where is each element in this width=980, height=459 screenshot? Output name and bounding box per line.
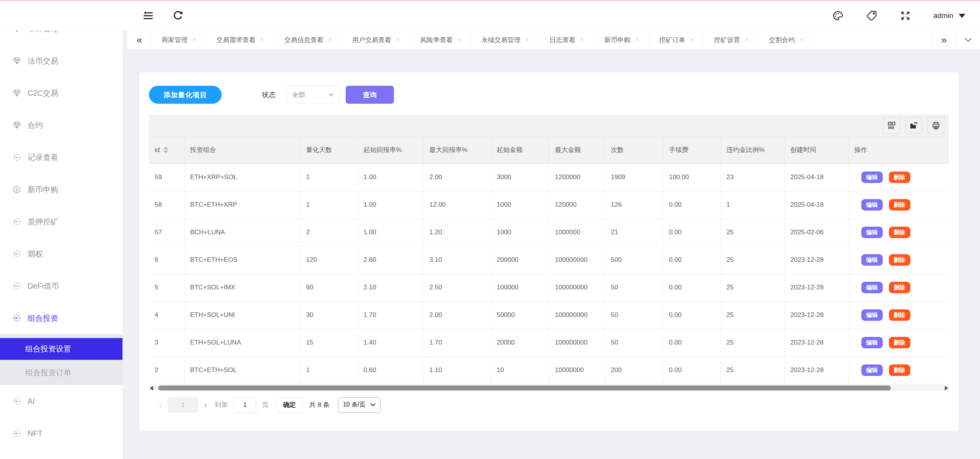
- table-cell: 50: [605, 274, 663, 301]
- sidebar-item[interactable]: 记录查看: [0, 141, 122, 173]
- scroll-right-arrow-icon[interactable]: [945, 386, 948, 390]
- delete-button[interactable]: 删除: [889, 309, 910, 321]
- app-header: admin: [0, 1, 980, 31]
- tab-close-icon[interactable]: ×: [193, 37, 196, 43]
- tab-label: 挖矿订单: [659, 36, 685, 44]
- sidebar-item[interactable]: AI: [0, 385, 122, 417]
- tab-close-icon[interactable]: ×: [328, 37, 332, 43]
- edit-button[interactable]: 编辑: [861, 309, 883, 321]
- tab-close-icon[interactable]: ×: [580, 37, 584, 43]
- current-page-button[interactable]: 1: [168, 397, 198, 413]
- sidebar-item[interactable]: $新币申购: [0, 173, 122, 206]
- tab[interactable]: 新币申购×: [594, 30, 649, 49]
- tabs-dropdown-icon[interactable]: [956, 30, 980, 49]
- table-cell: 0.00: [663, 329, 720, 356]
- prev-page-icon[interactable]: ‹: [155, 400, 166, 410]
- table-cell: 21: [605, 219, 663, 246]
- tab[interactable]: 挖矿设置×: [704, 30, 759, 49]
- edit-button[interactable]: 编辑: [861, 337, 883, 348]
- tab[interactable]: 日志查看×: [539, 30, 594, 49]
- sidebar-item[interactable]: C2C交易: [0, 77, 122, 109]
- tab[interactable]: 风险率查看×: [410, 30, 471, 49]
- scroll-left-arrow-icon[interactable]: [150, 386, 153, 390]
- table-cell: 1200000: [549, 163, 605, 191]
- query-button[interactable]: 查询: [346, 86, 394, 104]
- sidebar-item[interactable]: 法币交易: [0, 45, 122, 77]
- edit-button[interactable]: 编辑: [861, 282, 883, 293]
- sidebar-item[interactable]: DeFi借币: [0, 270, 122, 302]
- table-cell: 2: [149, 356, 184, 384]
- per-page-select[interactable]: 10 条/页: [338, 397, 381, 413]
- tab[interactable]: 商家管理×: [152, 30, 206, 49]
- edit-button[interactable]: 编辑: [861, 227, 883, 238]
- tab-close-icon[interactable]: ×: [457, 37, 461, 43]
- goto-suffix-label: 页: [262, 400, 269, 409]
- sidebar-item[interactable]: NFT: [0, 417, 122, 449]
- edit-button[interactable]: 编辑: [861, 364, 883, 376]
- tab-close-icon[interactable]: ×: [745, 37, 748, 43]
- edit-button[interactable]: 编辑: [861, 199, 883, 211]
- table-cell: 25: [720, 246, 784, 274]
- column-header: 手续费: [663, 137, 720, 163]
- delete-button[interactable]: 删除: [889, 227, 910, 238]
- delete-button[interactable]: 删除: [889, 337, 910, 348]
- sidebar-submenu-item[interactable]: 组合投资设置: [0, 338, 122, 360]
- status-select[interactable]: 全部: [286, 86, 340, 103]
- edit-button[interactable]: 编辑: [861, 172, 883, 183]
- table-cell: 120: [300, 246, 358, 274]
- theme-palette-icon[interactable]: [832, 10, 844, 21]
- edit-button[interactable]: 编辑: [861, 254, 883, 266]
- sidebar-item-label: 合约: [28, 120, 43, 131]
- table-cell: 2.00: [423, 301, 491, 329]
- table-cell: 0.00: [663, 219, 720, 246]
- sidebar-item[interactable]: 质押挖矿: [0, 206, 122, 238]
- delete-button[interactable]: 删除: [889, 254, 910, 266]
- table-cell: 25: [720, 356, 784, 384]
- next-page-icon[interactable]: ›: [200, 400, 211, 410]
- print-icon[interactable]: [928, 117, 944, 134]
- tabs-scroll-left-icon[interactable]: «: [127, 30, 152, 49]
- sidebar-item[interactable]: 期权: [0, 238, 122, 270]
- delete-button[interactable]: 删除: [889, 364, 910, 376]
- delete-button[interactable]: 删除: [889, 172, 910, 183]
- tab[interactable]: 永续交易管理×: [472, 30, 539, 49]
- sidebar-submenu-item[interactable]: 组合投资订单: [0, 360, 122, 385]
- tab-close-icon[interactable]: ×: [260, 37, 264, 43]
- sidebar-item[interactable]: 组合投资: [0, 302, 122, 334]
- tab[interactable]: 用户交易查看×: [342, 30, 410, 49]
- confirm-page-button[interactable]: 确定: [276, 397, 302, 413]
- sort-icon[interactable]: [163, 147, 168, 153]
- refresh-icon[interactable]: [172, 10, 184, 21]
- table-cell: 23: [720, 163, 784, 191]
- tab-bar: « 商家管理×交易需求查看×交易信息查看×用户交易查看×风险率查看×永续交易管理…: [127, 30, 980, 49]
- top-progress-line: [0, 0, 980, 1]
- tag-icon[interactable]: [866, 10, 877, 21]
- tab[interactable]: 挖矿订单×: [649, 30, 704, 49]
- sidebar-item[interactable]: 合约: [0, 109, 122, 141]
- export-icon[interactable]: [905, 117, 922, 134]
- table-cell: 0.00: [663, 274, 720, 301]
- tab-close-icon[interactable]: ×: [800, 37, 803, 43]
- collapse-menu-icon[interactable]: [142, 10, 154, 21]
- tabs-scroll-right-icon[interactable]: »: [932, 30, 956, 49]
- tab-close-icon[interactable]: ×: [396, 37, 400, 43]
- table-cell: ETH+SOL+LUNA: [184, 329, 300, 356]
- sidebar: 币种管理法币交易C2C交易合约记录查看$新币申购质押挖矿期权DeFi借币组合投资…: [0, 0, 122, 459]
- tab[interactable]: 交易信息查看×: [274, 30, 342, 49]
- scrollbar-thumb[interactable]: [158, 385, 891, 390]
- fullscreen-icon[interactable]: [900, 10, 911, 21]
- table-cell: 10000000: [549, 356, 605, 384]
- columns-filter-icon[interactable]: [883, 117, 900, 134]
- tab-close-icon[interactable]: ×: [690, 37, 694, 43]
- tab-close-icon[interactable]: ×: [526, 37, 529, 43]
- delete-button[interactable]: 删除: [889, 199, 910, 211]
- tab-label: 风险率查看: [420, 36, 452, 44]
- user-menu[interactable]: admin: [933, 11, 965, 20]
- tab[interactable]: 交割合约×: [759, 30, 813, 49]
- tab[interactable]: 交易需求查看×: [206, 30, 274, 49]
- chevron-down-icon: [959, 14, 965, 18]
- add-quant-project-button[interactable]: 添加量化项目: [149, 86, 222, 104]
- tab-close-icon[interactable]: ×: [635, 37, 639, 43]
- delete-button[interactable]: 删除: [889, 282, 910, 293]
- goto-page-input[interactable]: [234, 397, 256, 413]
